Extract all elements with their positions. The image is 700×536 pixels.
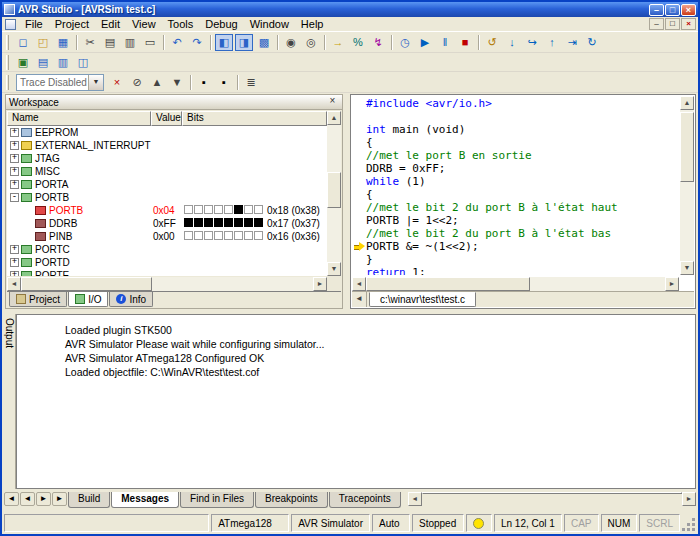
menu-file[interactable]: File: [19, 18, 49, 30]
remove-trace-icon[interactable]: ⊘: [128, 74, 146, 91]
code-line[interactable]: {: [353, 188, 679, 201]
column-header-bits[interactable]: Bits: [182, 111, 327, 126]
bit-checkbox[interactable]: [244, 231, 253, 240]
bit-checkbox[interactable]: [214, 231, 223, 240]
step-into-icon[interactable]: ↓: [503, 34, 521, 51]
bit-checkbox[interactable]: [204, 205, 213, 214]
editor-vertical-scrollbar[interactable]: ▲ ▼: [680, 96, 694, 275]
workspace-horizontal-scrollbar[interactable]: ◄ ►: [7, 277, 327, 291]
scrollbar-thumb[interactable]: [327, 172, 341, 208]
new-icon[interactable]: ◻: [14, 34, 32, 51]
menu-tools[interactable]: Tools: [162, 18, 200, 30]
undo-icon[interactable]: ↶: [168, 34, 186, 51]
watch-icon[interactable]: ◷: [396, 34, 414, 51]
close-icon[interactable]: ×: [326, 96, 339, 108]
file-tab[interactable]: c:\winavr\test\test.c: [369, 292, 476, 307]
tab-scroll-left-icon[interactable]: ◄: [352, 292, 367, 307]
scroll-up-icon[interactable]: ▲: [680, 96, 694, 110]
collapse-icon[interactable]: -: [10, 193, 19, 202]
reset-icon[interactable]: ↺: [483, 34, 501, 51]
clear-trace-icon[interactable]: ×: [108, 74, 126, 91]
tree-row[interactable]: +PORTC: [7, 243, 327, 256]
copy-icon[interactable]: ▤: [101, 34, 119, 51]
stop-icon[interactable]: ■: [456, 34, 474, 51]
code-line[interactable]: return 1;: [353, 266, 679, 275]
mdi-restore-icon[interactable]: □: [665, 18, 680, 30]
scrollbar-track[interactable]: [680, 110, 694, 261]
bit-checkbox[interactable]: [224, 231, 233, 240]
scroll-down-icon[interactable]: ▼: [327, 262, 341, 276]
code-line[interactable]: PORTB &= ~(1<<2);: [353, 240, 679, 253]
expand-icon[interactable]: +: [10, 128, 19, 137]
code-area[interactable]: #include <avr/io.h>int main (void){//met…: [353, 97, 679, 275]
tree-row[interactable]: PINB0x000x16 (0x36): [7, 230, 327, 243]
code-line[interactable]: //met le bit 2 du port B à l'état haut: [353, 201, 679, 214]
tree-row[interactable]: +EEPROM: [7, 126, 327, 139]
scroll-right-icon[interactable]: ►: [313, 277, 327, 291]
move-up-icon[interactable]: ▲: [148, 74, 166, 91]
tree-row[interactable]: -PORTB: [7, 191, 327, 204]
code-line[interactable]: DDRB = 0xFF;: [353, 162, 679, 175]
bit-checkbox[interactable]: [204, 231, 213, 240]
tab-project[interactable]: Project: [9, 292, 67, 307]
tab-build[interactable]: Build: [68, 492, 110, 508]
menu-debug[interactable]: Debug: [199, 18, 243, 30]
cut-icon[interactable]: ✂: [81, 34, 99, 51]
output-tab-scrollbar[interactable]: ◄►: [408, 492, 696, 506]
tab-scroll-last-icon[interactable]: ►: [52, 492, 67, 506]
tab-i-o[interactable]: I/O: [68, 292, 108, 307]
tab-breakpoints[interactable]: Breakpoints: [255, 492, 328, 508]
paste-icon[interactable]: ▥: [121, 34, 139, 51]
workspace-vertical-scrollbar[interactable]: ▲ ▼: [327, 111, 341, 276]
scrollbar-track[interactable]: [327, 125, 341, 262]
bit-checkbox[interactable]: [254, 218, 263, 227]
bit-checkbox[interactable]: [184, 218, 193, 227]
run-icon[interactable]: ▶: [416, 34, 434, 51]
output-dock-strip[interactable]: Output: [3, 314, 16, 489]
tree-row[interactable]: PORTB0x040x18 (0x38): [7, 204, 327, 217]
io-window-icon[interactable]: ▣: [14, 54, 32, 71]
step-out-icon[interactable]: ↑: [543, 34, 561, 51]
mdi-close-icon[interactable]: ×: [681, 18, 696, 30]
bit-checkbox[interactable]: [204, 218, 213, 227]
scroll-down-icon[interactable]: ▼: [680, 261, 694, 275]
find-icon[interactable]: ◉: [282, 34, 300, 51]
bit-checkbox[interactable]: [214, 218, 223, 227]
scroll-left-icon[interactable]: ◄: [352, 277, 366, 291]
trace-dropdown[interactable]: Trace Disabled ▼: [16, 74, 104, 91]
bit-checkbox[interactable]: [244, 218, 253, 227]
cascade-windows-icon[interactable]: ▩: [255, 34, 273, 51]
scroll-up-icon[interactable]: ▲: [327, 111, 341, 125]
open-icon[interactable]: ◰: [34, 34, 52, 51]
expand-icon[interactable]: +: [10, 271, 19, 276]
bit-checkbox[interactable]: [194, 231, 203, 240]
pause-icon[interactable]: ‖: [436, 34, 454, 51]
find-in-files-icon[interactable]: ◎: [302, 34, 320, 51]
code-line[interactable]: //met le port B en sortie: [353, 149, 679, 162]
code-line[interactable]: {: [353, 136, 679, 149]
scrollbar-thumb[interactable]: [422, 492, 682, 494]
code-line[interactable]: }: [353, 253, 679, 266]
expand-icon[interactable]: +: [10, 258, 19, 267]
code-line[interactable]: PORTB |= 1<<2;: [353, 214, 679, 227]
expand-icon[interactable]: +: [10, 167, 19, 176]
bit-checkbox[interactable]: [244, 205, 253, 214]
bit-checkbox[interactable]: [224, 218, 233, 227]
trace-icon[interactable]: ↯: [369, 34, 387, 51]
tree-row[interactable]: +EXTERNAL_INTERRUPT: [7, 139, 327, 152]
maximize-icon[interactable]: □: [665, 4, 680, 16]
toolbar-grip[interactable]: [6, 75, 9, 90]
go-icon[interactable]: →: [329, 34, 347, 51]
tree-row[interactable]: +PORTA: [7, 178, 327, 191]
tree-row[interactable]: +PORTD: [7, 256, 327, 269]
bit-checkbox[interactable]: [234, 205, 243, 214]
tree-row[interactable]: +PORTE: [7, 269, 327, 276]
memory-window-icon[interactable]: ▤: [34, 54, 52, 71]
bit-checkbox[interactable]: [224, 205, 233, 214]
expand-icon[interactable]: +: [10, 154, 19, 163]
menu-project[interactable]: Project: [49, 18, 95, 30]
scroll-right-icon[interactable]: ►: [682, 492, 696, 506]
scrollbar-track[interactable]: [366, 277, 665, 291]
print-icon[interactable]: ▭: [141, 34, 159, 51]
bit-checkbox[interactable]: [234, 231, 243, 240]
